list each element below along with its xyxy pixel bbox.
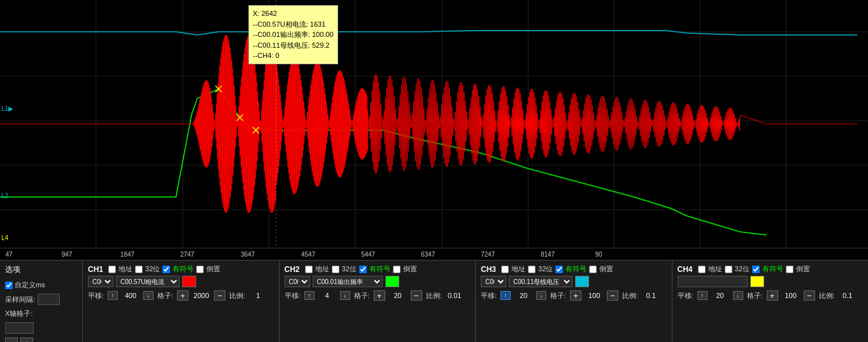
ch2-symbol-label: 有符号 <box>369 264 390 274</box>
ch3-shift-label: 平移: <box>481 291 497 301</box>
ch3-symbol-label: 有符号 <box>566 264 587 274</box>
ch1-device-row: C00 C00.57U相电流 <box>88 276 274 287</box>
tooltip-line3: --C00.11母线电压: 529.2 <box>253 40 334 51</box>
sample-input[interactable]: 2 <box>38 294 60 305</box>
x-label-1847: 1847 <box>120 251 134 258</box>
sample-interval-row: 采样间隔: 2 <box>5 294 77 305</box>
x-label-2747: 2747 <box>180 251 194 258</box>
xgrid-value-row: 900 <box>5 322 77 334</box>
x-label-947: 947 <box>62 251 73 258</box>
ch4-header: CH4 地址 32位 有符号 倒置 <box>678 264 864 274</box>
ch3-param-select[interactable]: C00.11母线电压 <box>509 276 573 287</box>
ch3-symbol-checkbox[interactable] <box>555 266 563 273</box>
ch4-color-box[interactable] <box>750 276 764 287</box>
ch4-grid-plus[interactable]: + <box>767 290 778 301</box>
ch3-addr-label: 地址 <box>511 264 525 274</box>
ch3-grid-value: 100 <box>585 292 603 299</box>
ch1-addr-label: 地址 <box>118 264 132 274</box>
panel-ch4: CH4 地址 32位 有符号 倒置 平移: 20 格子: + 100 <box>672 260 869 342</box>
ch3-shift-down[interactable] <box>536 291 546 300</box>
ch1-device-select[interactable]: C00 <box>88 276 113 287</box>
ch2-scale-label: 比例: <box>426 291 442 301</box>
ch3-grid-minus[interactable]: − <box>607 290 618 301</box>
ch2-scale-value: 0.01 <box>446 292 464 299</box>
ch3-shift-up[interactable] <box>501 291 511 300</box>
ch1-grid-value: 2000 <box>192 292 210 299</box>
ch2-color-box[interactable] <box>385 276 399 287</box>
chart-tooltip: X: 2642 --C00.57U相电流: 1631 --C00.01输出频率:… <box>248 5 338 64</box>
ch1-grid-minus[interactable]: − <box>214 290 225 301</box>
x-label-90: 90 <box>595 251 602 258</box>
ch2-reverse-label: 倒置 <box>403 264 417 274</box>
ch4-reverse-checkbox[interactable] <box>786 266 793 273</box>
ch2-32bit-checkbox[interactable] <box>332 266 339 273</box>
xgrid-plus-btn[interactable]: + <box>20 338 33 342</box>
ch2-header: CH2 地址 32位 有符号 倒置 <box>285 264 471 274</box>
tooltip-line2: --C00.01输出频率: 100.00 <box>253 29 334 40</box>
ch4-grid-value: 100 <box>782 292 800 299</box>
x-label-5447: 5447 <box>361 251 375 258</box>
chart-canvas <box>0 0 868 248</box>
xgrid-input[interactable]: 900 <box>5 322 34 334</box>
ch3-addr-checkbox[interactable] <box>501 266 509 273</box>
ch2-grid-value: 20 <box>389 292 407 299</box>
ch2-grid-plus[interactable]: + <box>374 290 385 301</box>
ch2-symbol-checkbox[interactable] <box>359 266 367 273</box>
ch4-32bit-label: 32位 <box>735 264 750 274</box>
chart-area: L1▶ L2 L4 X: 2642 --C00.57U相电流: 1631 --C… <box>0 0 868 248</box>
ch1-addr-checkbox[interactable] <box>108 266 116 273</box>
ch1-grid-plus[interactable]: + <box>177 290 189 301</box>
ch2-param-select[interactable]: C00.01输出频率 <box>313 276 383 287</box>
ch4-grid-label: 格子: <box>747 291 763 301</box>
ch1-shift-label: 平移: <box>88 291 104 301</box>
ch2-grid-minus[interactable]: − <box>411 290 422 301</box>
ch4-device-input[interactable] <box>678 276 748 287</box>
ch3-shift-value: 20 <box>515 292 532 299</box>
ch3-grid-plus[interactable]: + <box>570 290 581 301</box>
ch2-shift-value: 4 <box>318 292 336 299</box>
ch3-device-select[interactable]: C00 <box>481 276 506 287</box>
x-label-3647: 3647 <box>241 251 255 258</box>
ch3-grid-label: 格子: <box>550 291 566 301</box>
ch4-shift-up[interactable] <box>697 291 708 300</box>
ch1-grid-label: 格子: <box>157 291 173 301</box>
ch3-title: CH3 <box>481 265 496 274</box>
tooltip-x: X: 2642 <box>253 8 334 19</box>
x-axis: 479471847274736474547544763477247814790 <box>0 248 868 260</box>
ch2-title: CH2 <box>285 265 300 274</box>
ch1-color-box[interactable] <box>182 276 196 287</box>
y-label-l1: L1▶ <box>1 105 13 112</box>
xgrid-label: X轴格子: <box>5 309 32 318</box>
y-label-l4: L4 <box>1 234 8 241</box>
ch1-reverse-checkbox[interactable] <box>196 266 204 273</box>
x-label-6347: 6347 <box>421 251 435 258</box>
ch1-header: CH1 地址 32位 有符号 倒置 <box>88 264 274 274</box>
ch2-shift-down[interactable] <box>340 291 350 300</box>
ch3-color-box[interactable] <box>575 276 589 287</box>
ch1-shift-up[interactable] <box>108 291 118 300</box>
custom-ms-checkbox[interactable] <box>5 281 13 289</box>
ch3-32bit-label: 32位 <box>538 264 553 274</box>
ch4-grid-minus[interactable]: − <box>804 290 815 301</box>
ch4-shift-label: 平移: <box>678 291 694 301</box>
ch2-params-row: 平移: 4 格子: + 20 − 比例: 0.01 <box>285 290 471 301</box>
ch2-shift-up[interactable] <box>304 291 315 300</box>
tooltip-line4: --CH4: 0 <box>253 50 334 61</box>
ch3-32bit-checkbox[interactable] <box>528 266 536 273</box>
ch2-32bit-label: 32位 <box>342 264 357 274</box>
ch4-shift-down[interactable] <box>733 291 743 300</box>
xgrid-minus-btn[interactable]: - <box>5 338 18 342</box>
ch1-32bit-checkbox[interactable] <box>135 266 143 273</box>
ch1-symbol-checkbox[interactable] <box>162 266 170 273</box>
ch3-reverse-checkbox[interactable] <box>589 266 597 273</box>
ch4-32bit-checkbox[interactable] <box>725 266 732 273</box>
ch2-reverse-checkbox[interactable] <box>393 266 401 273</box>
options-title: 选项 <box>5 264 77 275</box>
xgrid-controls: - + <box>5 338 77 342</box>
ch4-symbol-checkbox[interactable] <box>752 266 760 273</box>
ch4-addr-checkbox[interactable] <box>698 266 706 273</box>
ch2-addr-checkbox[interactable] <box>305 266 313 273</box>
ch1-shift-down[interactable] <box>143 291 153 300</box>
ch2-device-select[interactable]: C00 <box>285 276 310 287</box>
ch1-param-select[interactable]: C00.57U相电流 <box>116 276 180 287</box>
